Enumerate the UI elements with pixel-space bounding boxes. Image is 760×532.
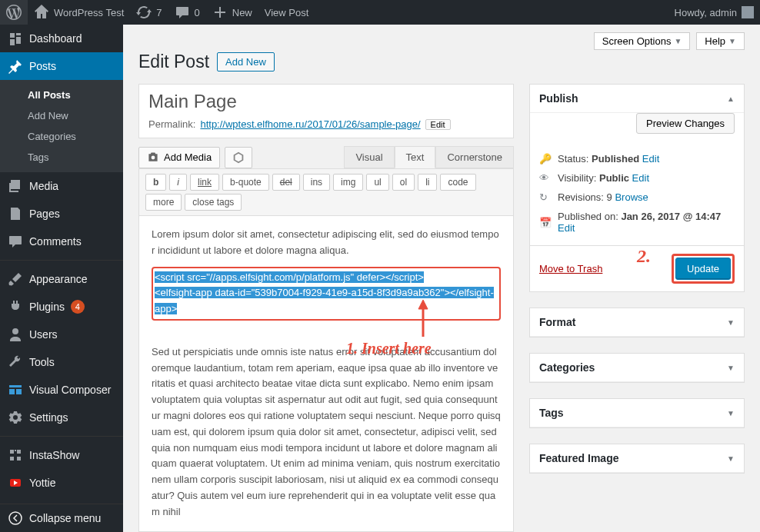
menu-vc-label: Visual Composer: [29, 384, 111, 396]
avatar-icon: [742, 6, 754, 18]
menu-users[interactable]: Users: [0, 321, 123, 348]
menu-posts[interactable]: Posts: [0, 52, 123, 80]
submenu-tags[interactable]: Tags: [0, 147, 123, 168]
featured-title: Featured Image: [539, 452, 618, 464]
howdy-text: Howdy, admin: [675, 7, 737, 18]
qt-bquote[interactable]: b-quote: [222, 174, 269, 191]
comments-count: 0: [195, 7, 200, 18]
qt-ul[interactable]: ul: [366, 174, 388, 191]
menu-appearance[interactable]: Appearance: [0, 265, 123, 293]
qt-italic[interactable]: i: [169, 174, 187, 191]
add-new-button[interactable]: Add New: [217, 52, 275, 71]
new-link[interactable]: New: [206, 0, 258, 25]
post-title-input[interactable]: [139, 85, 513, 118]
visibility-edit-link[interactable]: Edit: [632, 172, 649, 184]
preview-button[interactable]: Preview Changes: [636, 113, 735, 134]
tab-visual[interactable]: Visual: [344, 146, 394, 168]
categories-header[interactable]: Categories ▼: [530, 354, 744, 382]
qt-code[interactable]: code: [440, 174, 475, 191]
menu-instashow-label: InstaShow: [29, 449, 79, 461]
submenu-categories[interactable]: Categories: [0, 126, 123, 147]
editor-textarea[interactable]: Lorem ipsum dolor sit amet, consectetur …: [139, 216, 513, 531]
help-button[interactable]: Help ▼: [696, 32, 745, 50]
view-post-link[interactable]: View Post: [258, 0, 315, 25]
submenu-all-posts[interactable]: All Posts: [0, 85, 123, 105]
qt-li[interactable]: li: [418, 174, 437, 191]
move-to-trash-link[interactable]: Move to Trash: [539, 263, 602, 274]
menu-tools-label: Tools: [29, 356, 55, 368]
editor-para2: Sed ut perspiciatis unde omnis iste natu…: [152, 346, 501, 517]
chevron-down-icon: ▼: [728, 37, 736, 45]
help-label: Help: [705, 35, 725, 47]
browse-link[interactable]: Browse: [615, 191, 648, 203]
qt-ins[interactable]: ins: [303, 174, 330, 191]
menu-pages[interactable]: Pages: [0, 200, 123, 228]
updates-count: 7: [156, 7, 162, 18]
page-title: Edit Post: [138, 52, 209, 72]
format-title: Format: [539, 316, 575, 328]
menu-pages-label: Pages: [29, 208, 60, 220]
status-edit-link[interactable]: Edit: [642, 153, 659, 165]
quicktags-toolbar: b i link b-quote del ins img ul ol li co…: [139, 169, 513, 216]
cube-button[interactable]: [225, 147, 252, 168]
status-value: Published: [592, 153, 639, 165]
qt-img[interactable]: img: [333, 174, 363, 191]
menu-settings-label: Settings: [29, 411, 68, 424]
collapse-menu[interactable]: Collapse menu: [0, 504, 123, 532]
dashboard-icon: [8, 31, 23, 46]
add-media-button[interactable]: Add Media: [138, 147, 220, 168]
menu-comments[interactable]: Comments: [0, 228, 123, 255]
comments-icon: [8, 234, 23, 249]
visibility-label: Visibility:: [558, 172, 596, 184]
permalink-edit-button[interactable]: Edit: [425, 119, 451, 130]
update-highlight: Update: [672, 254, 735, 284]
menu-plugins[interactable]: Plugins 4: [0, 293, 123, 321]
menu-media[interactable]: Media: [0, 172, 123, 200]
menu-yottie[interactable]: Yottie: [0, 469, 123, 497]
menu-posts-label: Posts: [29, 60, 56, 72]
media-icon: [8, 178, 23, 194]
updates-link[interactable]: 7: [130, 0, 168, 25]
menu-settings[interactable]: Settings: [0, 404, 123, 431]
visibility-value: Public: [599, 172, 629, 184]
brush-icon: [8, 271, 23, 287]
format-header[interactable]: Format ▼: [530, 308, 744, 337]
menu-dashboard[interactable]: Dashboard: [0, 25, 123, 52]
menu-tools[interactable]: Tools: [0, 348, 123, 376]
menu-instashow[interactable]: InstaShow: [0, 441, 123, 469]
permalink-url[interactable]: http://wptest.elfhome.ru/2017/01/26/samp…: [200, 118, 420, 130]
title-box: Permalink: http://wptest.elfhome.ru/2017…: [138, 84, 514, 138]
gear-icon: [8, 410, 23, 425]
qt-bold[interactable]: b: [145, 174, 166, 191]
categories-title: Categories: [539, 361, 595, 374]
tab-cornerstone[interactable]: Cornerstone: [435, 146, 514, 168]
publish-header[interactable]: Publish ▲: [530, 85, 744, 113]
howdy-link[interactable]: Howdy, admin: [668, 0, 760, 25]
revisions-label: Revisions:: [558, 191, 604, 203]
tags-header[interactable]: Tags ▼: [530, 399, 744, 427]
yottie-icon: [8, 475, 23, 490]
menu-dashboard-label: Dashboard: [29, 32, 82, 45]
status-label: Status:: [558, 153, 588, 165]
update-button[interactable]: Update: [675, 258, 731, 280]
tags-title: Tags: [539, 407, 564, 419]
comment-icon: [175, 5, 190, 20]
screen-options-button[interactable]: Screen Options ▼: [594, 32, 691, 50]
qt-ol[interactable]: ol: [392, 174, 415, 191]
qt-more[interactable]: more: [145, 194, 182, 211]
menu-visual-composer[interactable]: Visual Composer: [0, 376, 123, 404]
qt-close[interactable]: close tags: [185, 194, 242, 211]
submenu-add-new[interactable]: Add New: [0, 105, 123, 126]
menu-media-label: Media: [29, 180, 58, 192]
published-edit-link[interactable]: Edit: [558, 222, 575, 234]
user-icon: [8, 327, 23, 342]
vc-icon: [8, 382, 23, 397]
tab-text[interactable]: Text: [395, 146, 436, 168]
key-icon: 🔑: [539, 153, 552, 165]
site-name-link[interactable]: WordPress Test: [28, 0, 130, 25]
qt-link[interactable]: link: [190, 174, 219, 191]
comments-link[interactable]: 0: [168, 0, 206, 25]
qt-del[interactable]: del: [272, 174, 300, 191]
wp-logo[interactable]: [0, 0, 28, 25]
featured-image-header[interactable]: Featured Image ▼: [530, 444, 744, 473]
